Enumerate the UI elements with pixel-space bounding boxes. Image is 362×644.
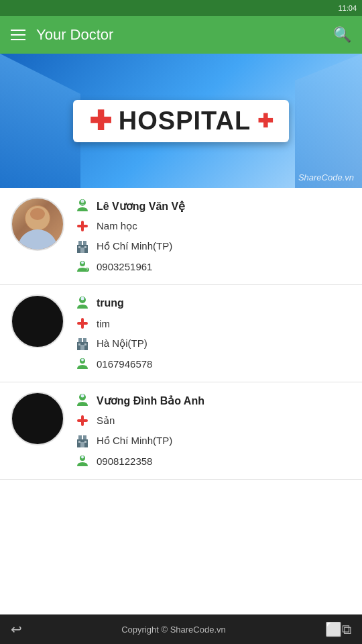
svg-rect-33 bbox=[78, 435, 82, 439]
hospital-plus-icon: ✚ bbox=[257, 110, 273, 132]
menu-button[interactable] bbox=[11, 30, 25, 40]
location-row: Hồ Chí Minh(TP) bbox=[74, 432, 351, 449]
location-text: Hồ Chí Minh(TP) bbox=[97, 435, 172, 447]
building-right bbox=[295, 54, 362, 188]
banner-watermark: ShareCode.vn bbox=[298, 172, 354, 182]
svg-text:?: ? bbox=[86, 268, 88, 272]
phone-icon bbox=[74, 452, 91, 470]
svg-rect-35 bbox=[80, 442, 84, 447]
doctor-icon bbox=[74, 392, 91, 409]
svg-rect-21 bbox=[78, 338, 82, 342]
status-bar: 11:04 bbox=[0, 0, 362, 16]
svg-rect-31 bbox=[77, 419, 88, 422]
svg-rect-34 bbox=[83, 435, 86, 439]
phone-row: 0167946578 bbox=[74, 355, 351, 372]
doctor-info: Vương Đình Bảo Anh Sản bbox=[74, 392, 351, 470]
bottom-navigation: ↩ Copyright © ShareCode.vn ⬜ ⧉ bbox=[0, 614, 362, 644]
specialty-icon bbox=[74, 217, 91, 235]
doctor-icon bbox=[74, 294, 91, 312]
search-button[interactable]: 🔍 bbox=[333, 26, 351, 44]
specialty-row: Nam học bbox=[74, 217, 351, 235]
specialty-text: Nam học bbox=[97, 220, 137, 232]
avatar bbox=[11, 294, 64, 348]
specialty-row: Sản bbox=[74, 412, 351, 429]
doctor-name: Vương Đình Bảo Anh bbox=[97, 394, 204, 407]
phone-text: 0908122358 bbox=[97, 455, 152, 467]
status-icons: 11:04 bbox=[338, 4, 357, 12]
list-item[interactable]: Vương Đình Bảo Anh Sản bbox=[0, 382, 362, 480]
doctor-name-row: Lê Vương Văn Vệ bbox=[74, 197, 351, 215]
copyright-text: Copyright © ShareCode.vn bbox=[22, 625, 325, 635]
hospital-sign: ✚ HOSPITAL ✚ bbox=[73, 100, 289, 142]
phone-icon: ? bbox=[74, 258, 91, 275]
svg-rect-2 bbox=[80, 205, 84, 205]
phone-text: 0903251961 bbox=[97, 261, 152, 272]
list-item[interactable]: Lê Vương Văn Vệ Nam học bbox=[0, 188, 362, 285]
building-left bbox=[0, 54, 80, 188]
list-item[interactable]: trung tim bbox=[0, 285, 362, 382]
svg-point-13 bbox=[81, 262, 84, 264]
home-button[interactable]: ⬜ bbox=[325, 621, 342, 637]
doctor-info: Lê Vương Văn Vệ Nam học bbox=[74, 197, 351, 275]
back-button[interactable]: ↩ bbox=[11, 621, 22, 637]
specialty-text: Sản bbox=[97, 415, 115, 427]
avatar bbox=[11, 392, 64, 445]
location-icon bbox=[74, 237, 91, 255]
specialty-row: tim bbox=[74, 315, 351, 332]
doctor-icon bbox=[74, 197, 91, 215]
svg-point-3 bbox=[82, 201, 84, 203]
location-icon bbox=[74, 432, 91, 449]
doctor-list: Lê Vương Văn Vệ Nam học bbox=[0, 188, 362, 614]
svg-rect-7 bbox=[78, 241, 82, 245]
svg-rect-19 bbox=[77, 322, 88, 325]
red-cross-icon: ✚ bbox=[89, 107, 112, 134]
avatar bbox=[11, 197, 64, 251]
svg-rect-9 bbox=[80, 248, 84, 253]
svg-point-17 bbox=[81, 297, 84, 301]
svg-rect-22 bbox=[83, 338, 86, 342]
location-text: Hà Nội(TP) bbox=[97, 337, 147, 350]
svg-point-27 bbox=[81, 359, 84, 362]
svg-rect-5 bbox=[77, 225, 88, 227]
phone-icon bbox=[74, 355, 91, 372]
location-row: Hồ Chí Minh(TP) bbox=[74, 237, 351, 255]
specialty-text: tim bbox=[97, 318, 110, 329]
svg-rect-10 bbox=[78, 246, 80, 248]
svg-point-39 bbox=[81, 456, 84, 459]
page-title: Your Doctor bbox=[36, 26, 333, 44]
doctor-info: trung tim bbox=[74, 294, 351, 372]
svg-rect-24 bbox=[78, 343, 80, 345]
svg-rect-36 bbox=[78, 441, 80, 443]
hospital-banner: ✚ HOSPITAL ✚ ShareCode.vn bbox=[0, 54, 362, 188]
recents-button[interactable]: ⧉ bbox=[342, 622, 351, 637]
svg-rect-37 bbox=[84, 441, 86, 443]
phone-text: 0167946578 bbox=[97, 358, 152, 370]
location-icon bbox=[74, 335, 91, 352]
svg-rect-11 bbox=[84, 246, 86, 248]
location-text: Hồ Chí Minh(TP) bbox=[97, 240, 172, 252]
doctor-name-row: trung bbox=[74, 294, 351, 312]
doctor-name: Lê Vương Văn Vệ bbox=[97, 200, 185, 213]
location-row: Hà Nội(TP) bbox=[74, 335, 351, 352]
specialty-icon bbox=[74, 315, 91, 332]
phone-row: ? 0903251961 bbox=[74, 258, 351, 275]
doctor-name: trung bbox=[97, 297, 124, 309]
svg-rect-23 bbox=[80, 345, 84, 350]
hospital-text: HOSPITAL bbox=[119, 107, 251, 136]
svg-rect-8 bbox=[83, 241, 86, 245]
doctor-name-row: Vương Đình Bảo Anh bbox=[74, 392, 351, 409]
svg-rect-25 bbox=[84, 343, 86, 345]
svg-point-29 bbox=[81, 394, 84, 398]
specialty-icon bbox=[74, 412, 91, 429]
status-time: 11:04 bbox=[338, 4, 357, 12]
phone-row: 0908122358 bbox=[74, 452, 351, 470]
top-app-bar: Your Doctor 🔍 bbox=[0, 16, 362, 54]
